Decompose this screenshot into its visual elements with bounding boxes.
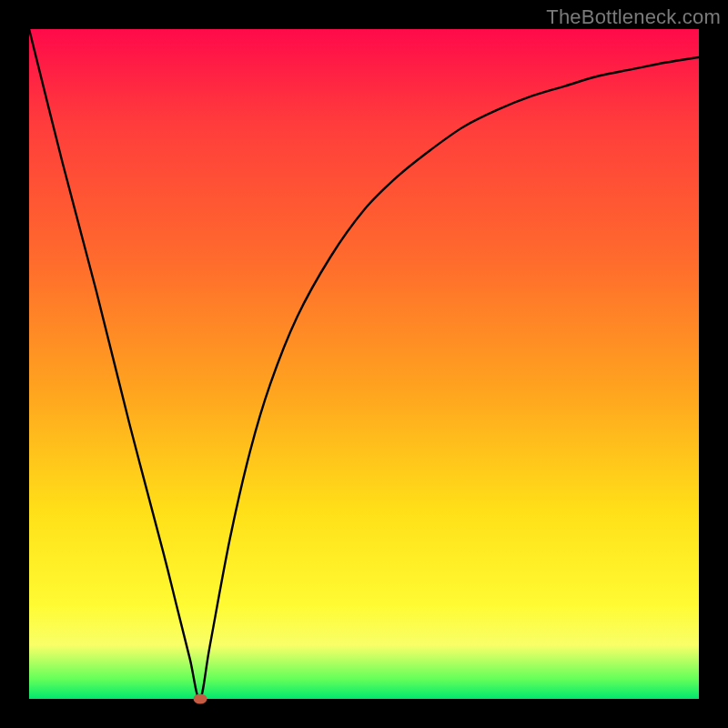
plot-area	[29, 29, 699, 699]
watermark-text: TheBottleneck.com	[546, 5, 721, 29]
min-marker	[193, 694, 207, 704]
bottleneck-curve	[29, 29, 699, 699]
chart-frame: TheBottleneck.com	[0, 0, 728, 728]
